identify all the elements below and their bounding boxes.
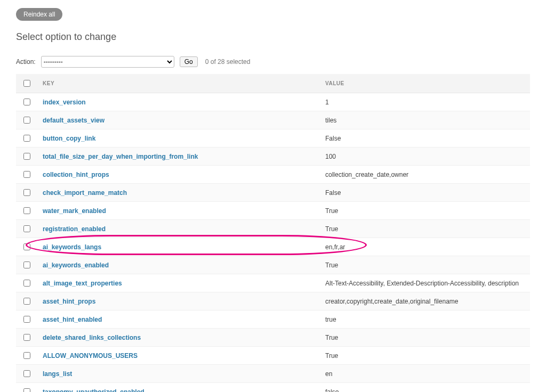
- row-key-cell: default_assets_view: [37, 111, 320, 129]
- row-checkbox-cell: [16, 93, 37, 111]
- row-key-link[interactable]: ai_keywords_enabled: [43, 262, 109, 269]
- row-key-cell: asset_hint_enabled: [37, 311, 320, 329]
- table-row: alt_image_text_propertiesAlt-Text-Access…: [16, 274, 530, 292]
- row-checkbox[interactable]: [23, 225, 30, 232]
- page-title: Select option to change: [16, 31, 530, 43]
- row-checkbox[interactable]: [23, 334, 30, 341]
- row-checkbox-cell: [16, 274, 37, 292]
- row-checkbox-cell: [16, 311, 37, 329]
- row-value-cell: True: [320, 347, 530, 365]
- row-value-cell: 100: [320, 148, 530, 166]
- row-key-cell: total_file_size_per_day_when_importing_f…: [37, 148, 320, 166]
- row-key-cell: collection_hint_props: [37, 166, 320, 184]
- table-row: registration_enabledTrue: [16, 220, 530, 238]
- row-checkbox-cell: [16, 184, 37, 202]
- row-key-cell: ai_keywords_enabled: [37, 256, 320, 274]
- row-key-link[interactable]: default_assets_view: [43, 117, 105, 124]
- row-checkbox[interactable]: [23, 388, 30, 392]
- row-checkbox-cell: [16, 365, 37, 383]
- row-key-link[interactable]: collection_hint_props: [43, 171, 109, 178]
- table-row: index_version1: [16, 93, 530, 111]
- table-row: check_import_name_matchFalse: [16, 184, 530, 202]
- table-row: ALLOW_ANONYMOUS_USERSTrue: [16, 347, 530, 365]
- row-checkbox[interactable]: [23, 280, 30, 287]
- row-checkbox-cell: [16, 129, 37, 148]
- row-key-link[interactable]: delete_shared_links_collections: [43, 334, 141, 341]
- action-bar: Action: --------- Go 0 of 28 selected: [16, 56, 530, 68]
- row-key-link[interactable]: water_mark_enabled: [43, 207, 106, 215]
- row-key-cell: delete_shared_links_collections: [37, 329, 320, 347]
- row-checkbox-cell: [16, 220, 37, 238]
- column-header-key[interactable]: KEY: [37, 74, 320, 93]
- row-checkbox[interactable]: [23, 207, 30, 214]
- table-row: asset_hint_propscreator,copyright,create…: [16, 292, 530, 311]
- row-key-link[interactable]: ai_keywords_langs: [43, 243, 101, 251]
- table-row: water_mark_enabledTrue: [16, 202, 530, 220]
- row-key-link[interactable]: button_copy_link: [43, 135, 95, 142]
- row-key-link[interactable]: total_file_size_per_day_when_importing_f…: [43, 153, 198, 160]
- action-select[interactable]: ---------: [41, 56, 174, 68]
- table-row: default_assets_viewtiles: [16, 111, 530, 129]
- row-checkbox[interactable]: [23, 316, 30, 323]
- row-value-cell: creator,copyright,create_date,original_f…: [320, 292, 530, 311]
- row-key-link[interactable]: registration_enabled: [43, 225, 106, 233]
- row-value-cell: False: [320, 129, 530, 148]
- row-key-link[interactable]: alt_image_text_properties: [43, 280, 122, 287]
- go-button[interactable]: Go: [180, 56, 198, 67]
- row-key-link[interactable]: index_version: [43, 99, 86, 106]
- table-row: button_copy_linkFalse: [16, 129, 530, 148]
- row-key-link[interactable]: ALLOW_ANONYMOUS_USERS: [43, 352, 138, 360]
- row-checkbox[interactable]: [23, 135, 30, 142]
- row-checkbox-cell: [16, 111, 37, 129]
- row-checkbox[interactable]: [23, 99, 30, 105]
- selection-count: 0 of 28 selected: [205, 58, 251, 66]
- row-value-cell: collection_create_date,owner: [320, 166, 530, 184]
- table-row: total_file_size_per_day_when_importing_f…: [16, 148, 530, 166]
- row-value-cell: Alt-Text-Accessibility, Extended-Descrip…: [320, 274, 530, 292]
- row-checkbox-cell: [16, 166, 37, 184]
- row-key-link[interactable]: asset_hint_enabled: [43, 316, 102, 323]
- row-value-cell: en: [320, 365, 530, 383]
- row-key-link[interactable]: asset_hint_props: [43, 298, 95, 305]
- select-all-header: [16, 74, 37, 93]
- row-checkbox-cell: [16, 329, 37, 347]
- row-checkbox-cell: [16, 148, 37, 166]
- row-key-cell: langs_list: [37, 365, 320, 383]
- row-checkbox[interactable]: [23, 243, 30, 250]
- row-key-cell: ai_keywords_langs: [37, 238, 320, 256]
- row-value-cell: tiles: [320, 111, 530, 129]
- select-all-checkbox[interactable]: [23, 80, 30, 87]
- row-checkbox[interactable]: [23, 298, 30, 305]
- row-checkbox-cell: [16, 238, 37, 256]
- row-value-cell: True: [320, 202, 530, 220]
- row-key-link[interactable]: langs_list: [43, 370, 72, 378]
- row-value-cell: false: [320, 383, 530, 393]
- row-key-cell: button_copy_link: [37, 129, 320, 148]
- row-checkbox[interactable]: [23, 153, 30, 160]
- row-checkbox[interactable]: [23, 262, 30, 268]
- row-key-cell: check_import_name_match: [37, 184, 320, 202]
- row-value-cell: en,fr,ar: [320, 238, 530, 256]
- row-key-cell: registration_enabled: [37, 220, 320, 238]
- table-row: taxonomy_unauthorized_enabledfalse: [16, 383, 530, 393]
- action-label: Action:: [16, 58, 36, 66]
- row-checkbox-cell: [16, 383, 37, 393]
- row-key-cell: ALLOW_ANONYMOUS_USERS: [37, 347, 320, 365]
- row-key-cell: taxonomy_unauthorized_enabled: [37, 383, 320, 393]
- row-checkbox[interactable]: [23, 189, 30, 196]
- row-checkbox[interactable]: [23, 352, 30, 359]
- row-key-link[interactable]: taxonomy_unauthorized_enabled: [43, 388, 144, 393]
- table-row: langs_listen: [16, 365, 530, 383]
- row-checkbox[interactable]: [23, 117, 30, 124]
- row-key-cell: asset_hint_props: [37, 292, 320, 311]
- reindex-all-button[interactable]: Reindex all: [16, 8, 62, 21]
- row-value-cell: True: [320, 329, 530, 347]
- column-header-value[interactable]: VALUE: [320, 74, 530, 93]
- row-key-link[interactable]: check_import_name_match: [43, 189, 127, 197]
- row-value-cell: True: [320, 256, 530, 274]
- row-value-cell: 1: [320, 93, 530, 111]
- row-checkbox[interactable]: [23, 370, 30, 377]
- table-row: asset_hint_enabledtrue: [16, 311, 530, 329]
- row-checkbox[interactable]: [23, 171, 30, 178]
- options-table: KEY VALUE index_version1default_assets_v…: [16, 74, 530, 392]
